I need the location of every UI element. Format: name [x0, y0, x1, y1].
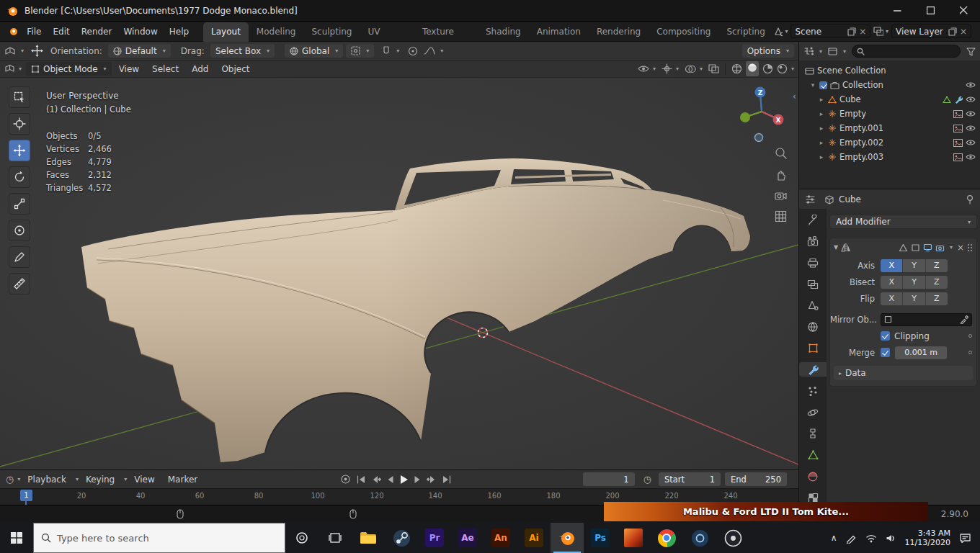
viewport-menu-view[interactable]: View — [113, 60, 145, 78]
workspace-tab-layout[interactable]: Layout — [203, 22, 249, 42]
new-scene-icon[interactable] — [847, 27, 856, 36]
outliner-row-empty-002[interactable]: ▸ Empty.002 — [799, 135, 980, 150]
disclosure-closed-icon[interactable]: ▸ — [818, 125, 825, 132]
flip-x-toggle[interactable]: X — [881, 292, 903, 305]
workspace-tab-uv-editing[interactable]: UV Editing — [360, 22, 414, 42]
video-notification-toast[interactable]: Malibu & Ford LTD II Tom Kite... — [604, 502, 928, 521]
workspace-tab-sculpting[interactable]: Sculpting — [303, 22, 360, 42]
axis-x-toggle[interactable]: X — [881, 259, 903, 272]
eye-icon[interactable] — [966, 81, 976, 89]
transform-space-dropdown[interactable]: Global ▾ — [285, 44, 343, 58]
eye-icon[interactable] — [966, 139, 976, 146]
taskbar-app-disc[interactable] — [716, 523, 749, 553]
task-view-button[interactable] — [318, 523, 352, 553]
blender-app-menu-icon[interactable] — [7, 27, 18, 37]
tool-transform-button[interactable] — [9, 220, 30, 241]
mesh-data-icon[interactable] — [943, 96, 951, 104]
pan-hand-icon[interactable] — [774, 168, 788, 182]
orthographic-grid-icon[interactable] — [774, 210, 788, 224]
tool-select-box-button[interactable] — [9, 86, 30, 108]
scene-name-field[interactable]: Scene × — [790, 24, 870, 38]
falloff-curve-icon[interactable] — [424, 46, 435, 55]
outliner-row-cube[interactable]: ▸ Cube — [799, 92, 980, 107]
remove-view-layer-icon[interactable]: × — [960, 27, 967, 37]
xray-toggle-icon[interactable] — [708, 64, 719, 73]
display-mode-chevron-icon[interactable]: ▾ — [843, 48, 846, 55]
workspace-tab-rendering[interactable]: Rendering — [589, 22, 649, 42]
taskbar-app-chrome[interactable] — [650, 523, 683, 553]
auto-keying-icon[interactable] — [340, 474, 351, 485]
taskbar-clock[interactable]: 3:43 AM 11/13/2020 — [905, 529, 950, 547]
tab-world[interactable] — [799, 320, 827, 334]
disclosure-closed-icon[interactable]: ▸ — [818, 139, 825, 146]
viewport-editor-chevron-icon[interactable]: ▾ — [19, 66, 22, 72]
zoom-icon[interactable] — [774, 146, 788, 161]
pivot-point-dropdown[interactable]: ▾ — [346, 44, 374, 58]
timeline-menu-keying[interactable]: Keying — [80, 470, 120, 489]
outliner-row-collection[interactable]: ▾ Collection — [799, 78, 980, 92]
axis-z-toggle[interactable]: Z — [926, 259, 948, 272]
eye-icon[interactable] — [966, 110, 976, 117]
taskbar-app-blender[interactable] — [551, 523, 584, 553]
frame-end-field[interactable]: End 250 — [725, 472, 787, 486]
image-data-icon[interactable] — [953, 139, 963, 147]
jump-to-start-icon[interactable] — [356, 475, 366, 484]
eye-icon[interactable] — [966, 153, 976, 161]
eyedropper-icon[interactable] — [960, 315, 968, 324]
editor-type-chevron-icon[interactable]: ▾ — [21, 48, 24, 54]
shading-rendered-icon[interactable] — [777, 63, 788, 74]
workspace-tab-texture-paint[interactable]: Texture Paint — [414, 22, 478, 42]
snap-chevron-icon[interactable]: ▾ — [396, 48, 399, 54]
tab-render[interactable] — [799, 235, 827, 249]
outliner-editor-icon[interactable] — [803, 46, 814, 56]
shading-material-icon[interactable] — [762, 63, 773, 74]
menu-render[interactable]: Render — [76, 22, 118, 42]
tab-output[interactable] — [799, 256, 827, 270]
timeline-menu-playback[interactable]: Playback — [22, 470, 72, 489]
menu-help[interactable]: Help — [164, 22, 195, 42]
maximize-button[interactable] — [914, 0, 947, 22]
workspace-tab-shading[interactable]: Shading — [478, 22, 529, 42]
object-visibility-icon[interactable] — [638, 64, 649, 73]
tab-modifiers[interactable] — [799, 362, 827, 377]
menu-edit[interactable]: Edit — [47, 22, 75, 42]
taskbar-app-steam[interactable] — [385, 523, 418, 553]
filter-funnel-icon[interactable] — [966, 47, 976, 56]
gizmo-y-axis[interactable] — [740, 112, 750, 122]
overlays-chevron-icon[interactable]: ▾ — [700, 66, 703, 72]
tool-cursor-button[interactable] — [9, 113, 30, 135]
pen-tray-icon[interactable] — [846, 533, 857, 544]
object-visibility-chevron-icon[interactable]: ▾ — [653, 66, 656, 72]
tab-particles[interactable] — [799, 384, 827, 398]
unlink-scene-icon[interactable]: × — [859, 27, 866, 37]
wifi-icon[interactable] — [865, 534, 877, 543]
tab-object-data[interactable] — [799, 448, 827, 462]
scene-icon[interactable] — [773, 27, 783, 37]
editor-type-icon[interactable] — [4, 45, 16, 57]
timeline-menu-view[interactable]: View — [128, 470, 160, 489]
shading-chevron-icon[interactable]: ▾ — [791, 66, 794, 72]
bisect-x-toggle[interactable]: X — [881, 276, 903, 289]
disclosure-closed-icon[interactable]: ▸ — [818, 110, 825, 117]
merge-threshold-field[interactable]: 0.001 m — [895, 346, 947, 359]
frame-start-field[interactable]: Start 1 — [659, 472, 721, 486]
clipping-checkbox[interactable] — [881, 331, 890, 341]
image-data-icon[interactable] — [953, 125, 963, 132]
add-modifier-dropdown[interactable]: Add Modifier ▾ — [829, 215, 977, 229]
tab-physics[interactable] — [799, 405, 827, 420]
falloff-chevron-icon[interactable]: ▾ — [440, 48, 443, 54]
display-realtime-icon[interactable] — [923, 243, 932, 252]
bisect-y-toggle[interactable]: Y — [903, 276, 925, 289]
shading-solid-button[interactable] — [746, 61, 759, 76]
tool-measure-button[interactable] — [9, 273, 30, 295]
taskbar-search-box[interactable]: Type here to search — [33, 523, 285, 553]
orientation-dropdown[interactable]: Default ▾ — [108, 44, 171, 58]
timeline-editor-chevron-icon[interactable]: ▾ — [17, 476, 20, 482]
camera-view-icon[interactable] — [774, 189, 788, 202]
active-tool-move-icon[interactable] — [31, 45, 43, 57]
image-data-icon[interactable] — [953, 153, 963, 161]
play-button-icon[interactable] — [399, 475, 409, 485]
mirror-object-field[interactable] — [881, 313, 972, 326]
scene-browse-chevron-icon[interactable]: ▾ — [785, 28, 788, 35]
outliner-search-box[interactable] — [852, 45, 961, 58]
